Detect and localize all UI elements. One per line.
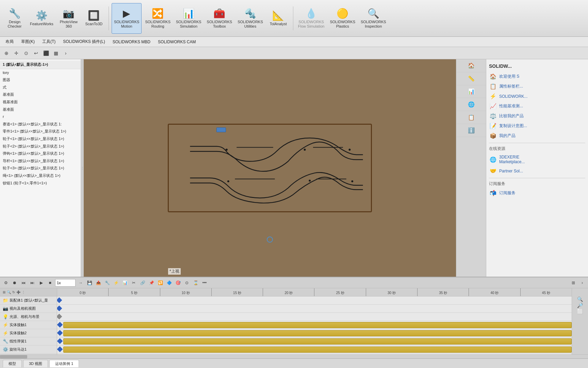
timeline-scrollbar[interactable] [0, 354, 588, 358]
sidebar-my-products[interactable]: 📦 我的产品 [489, 131, 585, 141]
track-fit[interactable]: ⬜ [577, 309, 583, 314]
left-panel-item-part1[interactable]: 零件1<1> (默认<<默认>_显示状态 1>) [0, 128, 81, 135]
timeline-play[interactable]: ▶ [37, 279, 45, 287]
tab-model[interactable]: 模型 [3, 360, 22, 367]
toolbar-featureworks[interactable]: ⚙️ FeatureWorks [28, 3, 55, 34]
center-viewport[interactable]: *上视 [84, 59, 456, 277]
left-panel-item-track[interactable]: 赛道<1> (默认<<默认>_显示状态 1: [0, 121, 81, 128]
toolbar-sw-motion[interactable]: ▶ SOLIDWORKSMotion [112, 3, 142, 34]
menu-sw-mbd[interactable]: SOLIDWORKS MBD [109, 38, 154, 46]
timeline-c8[interactable]: ••• [201, 279, 208, 287]
left-panel-item-style[interactable]: 式 [0, 84, 81, 91]
timeline-more-icon[interactable]: ⋮ [22, 290, 25, 294]
toolbar-scanto3d[interactable]: 🔲 ScanTo3D [82, 3, 106, 34]
left-panel-item-datum3[interactable]: 基准面 [0, 106, 81, 113]
tab-3d-view[interactable]: 3D 视图 [23, 360, 48, 367]
left-resize-handle[interactable]: ⋮ [81, 59, 84, 277]
timeline-contact[interactable]: ⚡ [112, 279, 120, 287]
timeline-save[interactable]: 💾 [86, 279, 93, 287]
toolbar-photoview[interactable]: 📷 PhotoView360 [57, 3, 81, 34]
menu-sketch[interactable]: 草图(K) [18, 37, 38, 46]
track-zoom-out[interactable]: 🔎 [577, 303, 583, 308]
track-label-contact2[interactable]: ⚡ 实体接触2 [0, 329, 57, 337]
sidebar-3dexperie[interactable]: 🌐 3DEXERIEMarketplace... [489, 153, 585, 166]
timeline-c6[interactable]: ⊙ [183, 279, 191, 287]
tool-square[interactable]: ⬛ [42, 49, 50, 58]
menu-sw-cam[interactable]: SOLIDWORKS CAM [154, 38, 199, 46]
left-panel-item-hook[interactable]: 弹钩<1> (默认<<默认>_显示状态 1>) [0, 150, 81, 157]
right-panel-info[interactable]: ℹ️ [456, 124, 486, 137]
toolbar-tolanalyst[interactable]: 📐 TolAnalyst [266, 3, 290, 34]
diamond-spring[interactable] [57, 338, 63, 344]
toolbar-sw-inspection[interactable]: 🔍 SOLIDWORKSInspection [359, 3, 388, 34]
timeline-record[interactable]: ⏺ [11, 279, 18, 287]
left-panel-item-hinge[interactable]: 铰链1 (轮子<1>,零件1<1>) [0, 180, 81, 187]
timeline-settings[interactable]: ⚙ [2, 279, 10, 287]
diamond-assembly[interactable] [57, 297, 62, 303]
sidebar-subscribe[interactable]: 📬 订阅服务 [489, 188, 585, 198]
left-panel-item-viewer[interactable]: 图器 [0, 76, 81, 84]
timeline-c2[interactable]: 📌 [148, 279, 155, 287]
right-panel-ruler[interactable]: 📏 [456, 72, 486, 85]
scrollbar-thumb[interactable] [0, 355, 27, 358]
sidebar-property-tab[interactable]: 📋 属性标签栏... [489, 81, 585, 91]
tool-undo[interactable]: ↩ [32, 49, 40, 58]
right-panel-globe[interactable]: 🌐 [456, 98, 486, 111]
timeline-c1[interactable]: 🔗 [139, 279, 146, 287]
timeline-close[interactable]: › [578, 279, 586, 287]
timeline-fwd[interactable]: ⏭ [29, 279, 36, 287]
left-panel-item-wheel2[interactable]: 轮子<2> (默认<<默认>_显示状态 1>) [0, 143, 81, 150]
timeline-graph1[interactable]: 📊 [121, 279, 129, 287]
menu-sw-addins[interactable]: SOLIDWORKS 插件(L) [60, 37, 108, 46]
timeline-c5[interactable]: 🎯 [174, 279, 182, 287]
menu-tools[interactable]: 工具(T) [39, 37, 59, 46]
left-panel-item-tory[interactable]: tory [0, 69, 81, 77]
tool-more[interactable]: › [61, 49, 70, 58]
timeline-filter-icon[interactable]: ⊞ [3, 290, 5, 294]
timeline-search-icon[interactable]: 🔍 [7, 290, 11, 294]
sidebar-welcome[interactable]: 🏠 欢迎使用 S [489, 72, 585, 81]
timeline-spring[interactable]: 🔧 [103, 279, 111, 287]
left-panel-item-datum2[interactable]: 视基准面 [0, 98, 81, 106]
timeline-c7[interactable]: ⌛ [192, 279, 199, 287]
left-panel-item-wheel1[interactable]: 轮子<1> (默认<<默认>_显示状态 1>) [0, 135, 81, 143]
tab-motion-study[interactable]: 运动算例 1 [49, 360, 79, 367]
tool-plus[interactable]: ✛ [12, 49, 21, 58]
sidebar-partner[interactable]: 🤝 Partner Sol... [489, 166, 585, 176]
timeline-export[interactable]: 📤 [95, 279, 102, 287]
timeline-speed-input[interactable] [55, 279, 76, 287]
sidebar-perf-bench[interactable]: 📈 性能基准测... [489, 101, 585, 111]
diamond-contact2[interactable] [57, 330, 63, 336]
left-panel-item-rope[interactable]: 绳<1> (默认<<默认>_显示状态 1>) [0, 172, 81, 180]
track-label-motor1[interactable]: ⚙️ 旋转马达1 [0, 346, 57, 354]
track-label-assembly[interactable]: 📁 装配体1 (默认<默认_显 [0, 296, 57, 305]
diamond-motor1[interactable] [57, 347, 63, 352]
right-panel-chart[interactable]: 📊 [456, 85, 486, 98]
timeline-arr-right[interactable]: → [77, 279, 84, 287]
timeline-c3[interactable]: 🔁 [157, 279, 164, 287]
diamond-contact1[interactable] [57, 322, 63, 328]
right-panel-list[interactable]: 📋 [456, 111, 486, 124]
tool-circle[interactable]: ⊙ [22, 49, 31, 58]
left-panel-item-datum1[interactable]: 基准面 [0, 91, 81, 98]
sidebar-compare[interactable]: ⚖️ 比较我的产品 [489, 111, 585, 121]
timeline-back[interactable]: ⏮ [20, 279, 27, 287]
toolbar-sw-toolbox[interactable]: 🧰 SOLIDWORKSToolbox [205, 3, 234, 34]
timeline-cut[interactable]: ✂ [130, 279, 137, 287]
left-panel-item-wheel3[interactable]: 轮子<3> (默认<<默认>_显示状态 1>) [0, 165, 81, 172]
diamond-lights[interactable] [57, 314, 62, 320]
toolbar-sw-utilities[interactable]: 🔩 SOLIDWORKSUtilities [235, 3, 265, 34]
right-panel-home[interactable]: 🏠 [456, 59, 486, 72]
toolbar-sw-routing[interactable]: 🔀 SOLIDWORKSRouting [143, 3, 173, 34]
menu-layout[interactable]: 布局 [2, 37, 17, 46]
timeline-add-icon[interactable]: ➕ [16, 290, 20, 294]
left-panel-item-guide[interactable]: 导杆<1> (默认<<默认>_显示状态 1>) [0, 157, 81, 165]
sidebar-sw-link[interactable]: ⚡ SOLIDWORK... [489, 91, 585, 101]
timeline-c4[interactable]: 🔷 [165, 279, 173, 287]
toolbar-design-checker[interactable]: 🔧 DesignChecker [3, 3, 27, 34]
left-panel-item-r[interactable]: r [0, 113, 81, 121]
timeline-stop[interactable]: ■ [46, 279, 54, 287]
track-label-spring[interactable]: 🔧 线性弹簧1 [0, 337, 57, 346]
sidebar-copy-design[interactable]: 📝 复制设计意图... [489, 121, 585, 131]
track-label-contact1[interactable]: ⚡ 实体接触1 [0, 321, 57, 329]
